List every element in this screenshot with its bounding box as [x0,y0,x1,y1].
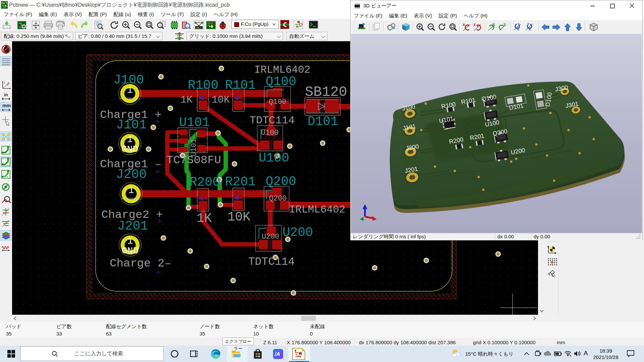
svg-text:Z: Z [517,27,520,31]
svg-text:Q100: Q100 [269,98,286,106]
svg-text:U101: U101 [179,115,210,130]
svg-text:U100: U100 [261,129,279,137]
svg-text:/A: /A [274,351,280,357]
svg-text:GND: GND [121,144,138,155]
svg-text:Q100: Q100 [266,74,296,89]
svg-text:IRLML6402: IRLML6402 [289,204,345,216]
svg-text:R101: R101 [225,78,256,93]
svg-text:TDTC114: TDTC114 [250,114,294,127]
svg-text:Charge1 +: Charge1 + [100,109,162,121]
svg-text:10K: 10K [212,94,230,106]
svg-text:R100: R100 [188,78,218,93]
svg-text:Net-(J200-Pad1): Net-(J200-Pad1) [121,198,141,200]
svg-text:Charge1 –: Charge1 – [100,158,162,171]
svg-text:1K: 1K [197,211,212,226]
svg-text:in: in [4,92,8,97]
svg-text:1: 1 [127,236,133,246]
svg-text:X: X [473,23,476,27]
svg-text:1K: 1K [180,94,193,106]
svg-text:U100: U100 [259,151,289,165]
svg-text:Q200: Q200 [269,194,287,203]
svg-text:TDTC114: TDTC114 [248,256,295,268]
svg-text:R200: R200 [190,175,220,189]
svg-text:X: X [463,23,465,27]
svg-text:1: 1 [127,134,133,145]
svg-text:J100: J100 [113,73,144,87]
svg-text:1: 1 [128,185,134,196]
svg-text:U200: U200 [262,233,279,241]
svg-text:r: r [4,81,5,84]
svg-text:GND: GND [122,246,139,256]
svg-text:mm: mm [2,103,11,108]
svg-text:Charge 2–: Charge 2– [110,257,171,270]
svg-text:U101: U101 [190,139,198,157]
svg-text:Q200: Q200 [266,174,296,189]
svg-text:NET: NET [196,26,202,29]
svg-text:U200: U200 [282,225,313,240]
svg-text:SB120: SB120 [305,84,347,100]
svg-text:10K: 10K [227,210,251,224]
svg-text:Z: Z [529,27,531,31]
svg-text:Net-(J100-Pad1): Net-(J100-Pad1) [120,98,140,100]
svg-text:IRLML6402: IRLML6402 [254,64,310,76]
svg-text:D101: D101 [308,114,338,129]
svg-text:R201: R201 [225,175,256,189]
svg-text:Charge2 +: Charge2 + [101,208,163,221]
